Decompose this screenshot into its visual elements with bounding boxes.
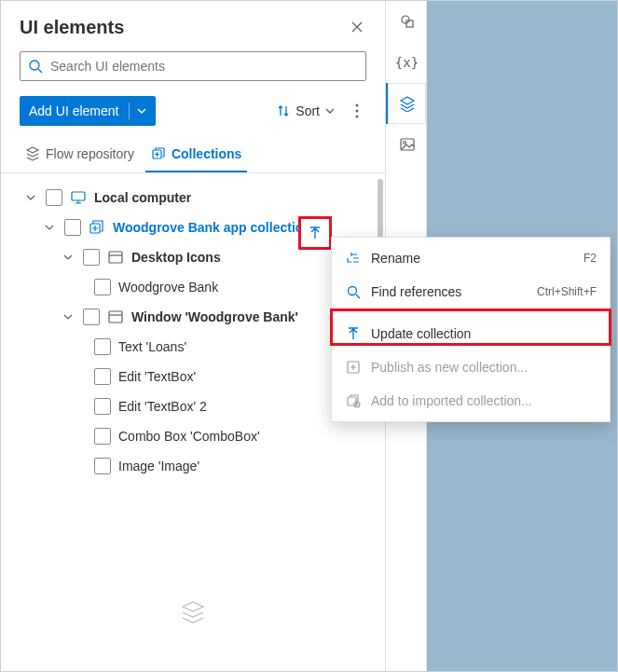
search-icon — [345, 283, 362, 300]
tab-collections[interactable]: Collections — [145, 137, 247, 172]
menu-item-find-references[interactable]: Find references Ctrl+Shift+F — [332, 275, 610, 309]
tree-label: Text 'Loans' — [118, 339, 186, 354]
update-icon — [345, 325, 362, 342]
search-input[interactable] — [48, 58, 358, 75]
menu-item-label: Rename — [371, 251, 574, 266]
ui-elements-panel: UI elements Add UI element Sort — [1, 1, 386, 671]
rail-button-shapes[interactable] — [386, 1, 426, 42]
tab-bar: Flow repository Collections — [1, 137, 385, 173]
chevron-down-icon — [137, 106, 146, 116]
chevron-down-icon[interactable] — [61, 250, 76, 265]
sort-label: Sort — [295, 103, 320, 118]
svg-point-3 — [356, 116, 359, 118]
chevron-down-icon[interactable] — [61, 309, 76, 324]
scrollbar-thumb[interactable] — [378, 179, 383, 244]
svg-rect-7 — [109, 252, 122, 263]
chevron-down-icon — [325, 106, 335, 116]
tree-label: Local computer — [94, 190, 191, 205]
collection-icon — [151, 146, 166, 161]
repository-icon — [25, 146, 40, 161]
svg-point-1 — [356, 104, 359, 107]
menu-item-label: Add to imported collection... — [371, 393, 597, 408]
menu-item-update-collection[interactable]: Update collection — [332, 317, 610, 350]
rename-icon — [345, 250, 362, 267]
tree-label: Edit 'TextBox' — [118, 369, 196, 384]
tree-node-item[interactable]: Combo Box 'ComboBox' — [1, 421, 379, 451]
window-icon — [107, 249, 124, 266]
image-icon — [399, 136, 416, 153]
update-collection-row-button[interactable] — [298, 216, 332, 250]
tree-label: Edit 'TextBox' 2 — [118, 399, 207, 414]
sort-icon — [277, 104, 290, 117]
update-icon — [308, 226, 323, 240]
menu-item-accelerator: F2 — [584, 252, 597, 265]
menu-item-add-imported: Add to imported collection... — [332, 384, 610, 418]
rail-button-images[interactable] — [386, 124, 426, 165]
rail-button-layers[interactable] — [386, 83, 426, 124]
svg-point-9 — [402, 16, 409, 23]
tab-flow-repository-label: Flow repository — [46, 146, 134, 161]
tab-collections-label: Collections — [172, 146, 241, 161]
checkbox[interactable] — [94, 428, 111, 445]
checkbox[interactable] — [46, 189, 62, 206]
menu-item-publish-collection: Publish as new collection... — [332, 350, 610, 384]
computer-icon — [70, 189, 87, 206]
tree-node-item[interactable]: Image 'Image' — [1, 451, 379, 481]
search-input-wrap[interactable] — [20, 51, 366, 81]
publish-icon — [345, 359, 362, 376]
more-options-button[interactable] — [344, 98, 370, 124]
chevron-down-icon[interactable] — [42, 220, 57, 235]
svg-point-2 — [356, 110, 359, 113]
empty-state-stack-icon — [180, 599, 206, 628]
tree-label: Image 'Image' — [118, 459, 199, 473]
checkbox[interactable] — [64, 219, 81, 236]
checkbox[interactable] — [94, 458, 111, 474]
checkbox[interactable] — [83, 249, 100, 266]
svg-point-12 — [403, 142, 405, 144]
checkbox[interactable] — [94, 368, 111, 385]
tree-label: Woodgrove Bank — [118, 280, 218, 295]
collection-icon — [89, 219, 105, 236]
close-icon[interactable] — [344, 14, 370, 40]
tree-label: Combo Box 'ComboBox' — [118, 429, 260, 444]
rail-button-variables[interactable]: {x} — [386, 42, 426, 83]
svg-point-13 — [349, 287, 357, 295]
svg-rect-8 — [109, 311, 122, 322]
svg-rect-5 — [72, 192, 85, 200]
tree-node-group[interactable]: Window 'Woodgrove Bank' — [1, 302, 379, 332]
checkbox[interactable] — [83, 309, 100, 325]
checkbox[interactable] — [94, 338, 111, 355]
menu-item-label: Publish as new collection... — [371, 360, 597, 375]
tree-node-item[interactable]: Woodgrove Bank — [1, 272, 379, 302]
tree-node-item[interactable]: Text 'Loans' — [1, 332, 379, 362]
layers-icon — [399, 95, 416, 112]
tree-label: Desktop Icons — [131, 250, 221, 265]
menu-separator — [332, 312, 610, 313]
checkbox[interactable] — [94, 398, 111, 415]
svg-point-0 — [30, 61, 39, 70]
tree-label: Window 'Woodgrove Bank' — [131, 309, 298, 324]
shapes-icon — [399, 13, 416, 30]
add-collection-icon — [345, 392, 362, 409]
menu-item-label: Find references — [371, 284, 528, 299]
add-ui-element-label: Add UI element — [29, 103, 119, 118]
tree-node-item[interactable]: Edit 'TextBox' 2 — [1, 391, 379, 421]
context-menu: Rename F2 Find references Ctrl+Shift+F U… — [331, 237, 611, 422]
add-ui-element-button[interactable]: Add UI element — [20, 96, 156, 126]
chevron-down-icon[interactable] — [23, 190, 38, 205]
menu-item-rename[interactable]: Rename F2 — [332, 241, 610, 275]
tree-view[interactable]: Local computer Woodgrove Bank app collec… — [1, 173, 385, 671]
search-icon — [28, 59, 43, 74]
svg-rect-10 — [406, 21, 413, 27]
tab-flow-repository[interactable]: Flow repository — [20, 137, 140, 172]
tree-node-item[interactable]: Edit 'TextBox' — [1, 362, 379, 391]
menu-item-accelerator: Ctrl+Shift+F — [537, 285, 597, 298]
checkbox[interactable] — [94, 279, 111, 295]
sort-button[interactable]: Sort — [271, 96, 340, 126]
tree-node-root[interactable]: Local computer — [1, 183, 379, 213]
tree-label: Woodgrove Bank app collection — [113, 220, 311, 235]
more-vertical-icon — [355, 103, 359, 118]
window-icon — [107, 309, 124, 325]
panel-title: UI elements — [20, 17, 124, 38]
menu-item-label: Update collection — [371, 326, 597, 341]
